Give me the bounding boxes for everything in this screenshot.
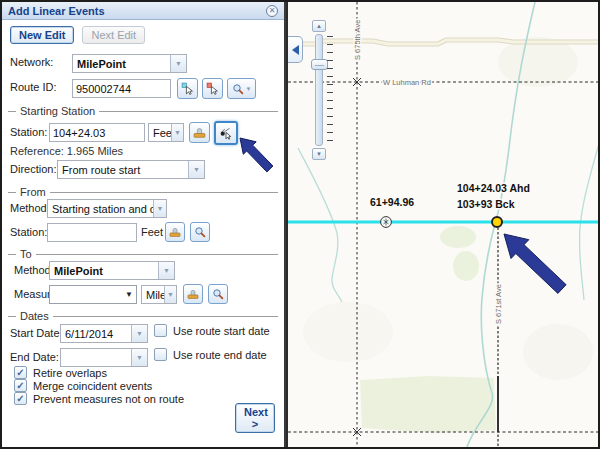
zoom-slider-track[interactable] xyxy=(315,34,323,146)
from-method-value: Starting station and offset xyxy=(48,203,153,215)
to-measure-tool-button[interactable] xyxy=(183,284,203,304)
panel-collapse-button[interactable] xyxy=(288,36,303,63)
to-method-value: MilePoint xyxy=(50,265,158,277)
chevron-down-icon: ▼ xyxy=(164,286,176,303)
direction-select[interactable]: From route start ▼ xyxy=(57,160,205,179)
from-station-label: Station: xyxy=(10,226,47,238)
starting-station-section-header: Starting Station xyxy=(8,105,278,117)
prevent-measures-label: Prevent measures not on route xyxy=(33,393,184,405)
clear-route-selection-button[interactable] xyxy=(202,78,223,99)
station-label: Station: xyxy=(10,126,47,138)
measure-units-select[interactable]: Miles ▼ xyxy=(141,285,177,304)
field-polygon xyxy=(440,226,476,248)
from-section-header: From xyxy=(8,186,278,198)
map-canvas[interactable]: W Luhman Rd S 675th Ave S 671st Ave 61+9… xyxy=(288,2,598,447)
route-unselect-icon xyxy=(206,82,219,95)
chevron-down-icon: ▼ xyxy=(131,325,147,342)
magnifier-icon xyxy=(194,226,206,238)
prevent-measures-checkbox[interactable] xyxy=(14,392,27,405)
station-label-mid: 61+94.96 xyxy=(370,196,414,208)
merge-coincident-events-label: Merge coincident events xyxy=(33,380,152,392)
route-id-input[interactable] xyxy=(72,79,171,98)
to-method-label: Method: xyxy=(14,264,54,276)
station-marker-mid xyxy=(381,217,392,228)
dates-section-header: Dates xyxy=(8,310,278,322)
stream-right xyxy=(579,140,598,300)
start-date-select[interactable]: 6/11/2014 ▼ xyxy=(60,324,148,343)
merge-coincident-events-checkbox[interactable] xyxy=(14,379,27,392)
route-select-icon xyxy=(181,82,194,95)
to-search-button[interactable] xyxy=(208,284,228,304)
chevron-down-icon[interactable]: ▼ xyxy=(170,55,186,72)
chevron-down-icon: ▼ xyxy=(153,200,166,217)
station-label-back: 103+93 Bck xyxy=(457,198,515,210)
next-button[interactable]: Next > xyxy=(235,403,275,433)
route-search-dropdown-button[interactable]: ▼ xyxy=(227,78,256,99)
magnifier-icon xyxy=(232,83,244,95)
use-route-start-date-label: Use route start date xyxy=(173,325,270,337)
chevron-down-icon[interactable]: ▼ xyxy=(122,290,136,299)
measure-stamp-icon xyxy=(187,288,199,300)
end-date-select[interactable]: ▼ xyxy=(60,348,148,367)
measure-stamp-icon xyxy=(169,226,181,238)
app-window: Add Linear Events ✕ New Edit Next Edit N… xyxy=(0,0,600,449)
chevron-down-icon: ▼ xyxy=(246,86,252,92)
network-select[interactable]: MilePoint ▼ xyxy=(72,54,187,73)
start-date-label: Start Date: xyxy=(10,327,63,339)
route-id-label: Route ID: xyxy=(10,81,56,93)
use-route-end-date-checkbox[interactable] xyxy=(154,348,167,361)
from-station-input[interactable] xyxy=(47,223,137,242)
pick-station-on-map-button[interactable] xyxy=(214,121,238,145)
terrain-blob xyxy=(523,324,593,380)
map-zoom-slider: ▲ ▼ xyxy=(309,20,335,160)
direction-value: From route start xyxy=(58,164,188,176)
chevron-down-icon: ▼ xyxy=(188,161,204,178)
direction-label: Direction: xyxy=(10,163,56,175)
to-method-select[interactable]: MilePoint ▼ xyxy=(49,261,175,280)
street-label-vertical-left: S 675th Ave xyxy=(353,20,362,60)
measure-stamp-icon xyxy=(193,126,206,139)
street-label-horizontal: W Luhman Rd xyxy=(383,78,431,87)
measure-units-value: Miles xyxy=(142,289,164,301)
zoom-slider-ticks xyxy=(327,36,333,148)
terrain-blob xyxy=(303,302,393,362)
start-date-value: 6/11/2014 xyxy=(61,328,131,340)
magnifier-icon xyxy=(212,288,224,300)
add-linear-events-panel: Add Linear Events ✕ New Edit Next Edit N… xyxy=(2,2,286,447)
chevron-down-icon: ▼ xyxy=(158,262,174,279)
from-method-label: Method: xyxy=(10,202,50,214)
new-edit-button[interactable]: New Edit xyxy=(10,26,74,44)
retire-overlaps-label: Retire overlaps xyxy=(33,367,107,379)
panel-titlebar: Add Linear Events ✕ xyxy=(2,2,284,20)
panel-title: Add Linear Events xyxy=(8,5,266,17)
measure-combo[interactable]: ▼ xyxy=(49,285,137,304)
chevron-down-icon: ▼ xyxy=(131,349,147,366)
from-search-button[interactable] xyxy=(190,222,210,242)
zoom-in-button[interactable]: ▲ xyxy=(312,20,326,32)
select-route-on-map-button[interactable] xyxy=(177,78,198,99)
from-measure-tool-button[interactable] xyxy=(165,222,185,242)
next-edit-button[interactable]: Next Edit xyxy=(82,26,145,44)
zoom-slider-handle[interactable] xyxy=(311,59,328,70)
end-date-label: End Date: xyxy=(10,351,59,363)
chevron-down-icon: ▼ xyxy=(171,124,183,141)
pick-on-map-icon xyxy=(219,126,233,140)
station-label-ahead: 104+24.03 Ahd xyxy=(457,182,530,194)
station-units-select[interactable]: Feet ▼ xyxy=(148,123,184,142)
retire-overlaps-checkbox[interactable] xyxy=(14,366,27,379)
network-label: Network: xyxy=(10,56,53,68)
field-polygon xyxy=(453,251,479,281)
network-value: MilePoint xyxy=(73,58,170,70)
station-units-value: Feet xyxy=(149,127,171,139)
chevron-left-icon xyxy=(292,45,299,55)
reference-value: Reference: 1.965 Miles xyxy=(10,145,123,157)
field-polygon xyxy=(360,376,496,433)
close-icon[interactable]: ✕ xyxy=(266,5,278,17)
station-input[interactable] xyxy=(49,123,145,142)
use-route-end-date-label: Use route end date xyxy=(173,349,267,361)
station-measure-tool-button[interactable] xyxy=(189,122,210,143)
selected-station-marker[interactable] xyxy=(492,217,502,227)
use-route-start-date-checkbox[interactable] xyxy=(154,324,167,337)
from-method-select[interactable]: Starting station and offset ▼ xyxy=(47,199,167,218)
zoom-out-button[interactable]: ▼ xyxy=(312,148,326,160)
